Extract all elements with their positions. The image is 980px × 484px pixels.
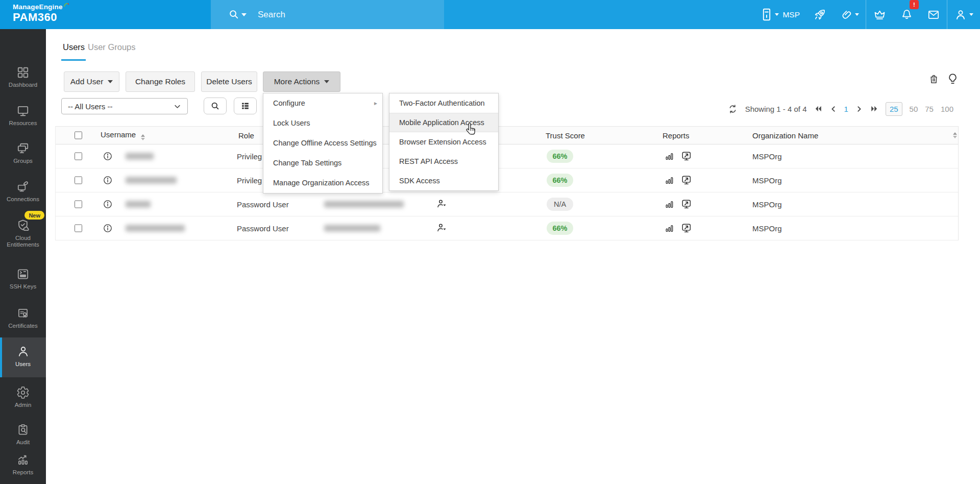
menu-item-lock-users[interactable]: Lock Users	[263, 113, 382, 133]
column-chooser-button[interactable]	[234, 98, 257, 114]
lightbulb-icon	[946, 72, 960, 86]
sidebar-item-groups[interactable]: Groups	[0, 142, 46, 164]
menu-item-change-offline-access-settings[interactable]: Change Offline Access Settings	[263, 133, 382, 153]
submenu-item-rest-api-access[interactable]: REST API Access	[389, 152, 498, 171]
messages-button[interactable]	[920, 0, 947, 29]
brand-swoosh-icon	[63, 2, 69, 8]
user-report-button[interactable]	[665, 175, 674, 186]
sidebar-item-dashboard[interactable]: Dashboard	[0, 66, 46, 88]
access-report-button[interactable]	[681, 199, 692, 210]
submenu-item-mobile-application-access[interactable]: Mobile Application Access	[389, 113, 498, 132]
global-search[interactable]: Search	[211, 0, 444, 29]
org-switcher-label: MSP	[782, 10, 800, 19]
monitor-export-icon	[681, 151, 692, 162]
user-info-button[interactable]	[103, 151, 113, 161]
sidebar-item-cloud-entitlements[interactable]: New Cloud Entitlements	[0, 219, 46, 248]
brand-logo[interactable]: ManageEngine PAM360	[13, 3, 69, 24]
sort-icon[interactable]	[141, 134, 145, 140]
previous-page-button[interactable]	[830, 105, 837, 113]
access-report-button[interactable]	[681, 151, 692, 162]
column-header-trust-score[interactable]: Trust Score	[546, 131, 585, 140]
users-table: Username Role Trust Score Reports Organi…	[55, 126, 959, 240]
last-page-button[interactable]	[870, 105, 878, 113]
page-size-50[interactable]: 50	[910, 105, 918, 113]
account-person-icon	[954, 8, 967, 21]
whats-new-button[interactable]	[806, 0, 834, 29]
brand-top-text: ManageEngine	[13, 3, 63, 11]
first-page-button[interactable]	[814, 105, 823, 113]
list-columns-icon	[240, 101, 250, 111]
double-chevron-right-icon	[870, 105, 878, 113]
page-size-75[interactable]: 75	[925, 105, 934, 113]
page-size-100[interactable]: 100	[941, 105, 953, 113]
sidebar-item-certificates[interactable]: Certificates	[0, 307, 46, 329]
info-icon	[103, 151, 113, 161]
dashboard-grid-icon	[16, 66, 30, 79]
sidebar-item-ssh-keys[interactable]: SSH SSH Keys	[0, 268, 46, 290]
column-header-username[interactable]: Username	[101, 130, 145, 140]
current-page-number[interactable]: 1	[844, 105, 848, 113]
info-icon	[103, 223, 113, 233]
sidebar-item-connections[interactable]: Connections	[0, 180, 46, 203]
search-users-button[interactable]	[204, 98, 227, 114]
add-user-button[interactable]: Add User	[64, 71, 119, 92]
menu-item-change-tab-settings[interactable]: Change Tab Settings	[263, 153, 382, 173]
license-button[interactable]	[866, 0, 893, 29]
topbar-right-icons: MSP !	[754, 0, 980, 29]
organization-cell: MSPOrg	[752, 200, 782, 209]
user-access-menu-button[interactable]	[436, 223, 448, 234]
change-roles-button[interactable]: Change Roles	[126, 71, 195, 92]
submenu-item-two-factor-authentication[interactable]: Two-Factor Authentication	[389, 93, 498, 113]
sidebar-label: Users	[0, 361, 46, 368]
sidebar-item-reports[interactable]: Reports	[0, 453, 46, 476]
sidebar-item-admin[interactable]: Admin	[0, 386, 46, 408]
quick-connect-button[interactable]	[834, 0, 866, 29]
org-switcher[interactable]: MSP	[754, 0, 806, 29]
logo-zone: ManageEngine PAM360	[0, 0, 211, 29]
user-report-button[interactable]	[665, 151, 674, 162]
column-header-organization-name[interactable]: Organization Name	[752, 131, 818, 140]
user-report-button[interactable]	[665, 223, 674, 234]
user-info-button[interactable]	[103, 175, 113, 185]
page-size-25[interactable]: 25	[886, 102, 902, 116]
brand-manageengine: ManageEngine	[13, 3, 69, 11]
sidebar-item-users[interactable]: Users	[0, 337, 46, 377]
menu-item-manage-organization-access[interactable]: Manage Organization Access	[263, 173, 382, 193]
sidebar-item-audit[interactable]: Audit	[0, 423, 46, 446]
menu-item-configure[interactable]: Configure ▸	[263, 93, 382, 113]
delete-trash-button[interactable]	[928, 73, 940, 85]
tips-bulb-button[interactable]	[946, 72, 960, 86]
more-actions-button[interactable]: More Actions	[263, 71, 340, 92]
account-caret-icon	[969, 13, 973, 16]
access-report-button[interactable]	[681, 175, 692, 186]
submenu-item-browser-extension-access[interactable]: Browser Extension Access	[389, 132, 498, 152]
column-header-role[interactable]: Role	[238, 131, 254, 140]
user-report-button[interactable]	[665, 199, 674, 210]
tab-user-groups[interactable]: User Groups	[88, 42, 136, 52]
user-info-button[interactable]	[103, 199, 113, 209]
user-info-button[interactable]	[103, 223, 113, 233]
row-checkbox[interactable]	[75, 177, 82, 184]
user-access-menu-button[interactable]	[436, 199, 448, 210]
sidebar-item-resources[interactable]: Resources	[0, 104, 46, 127]
role-cell: Password User	[237, 200, 289, 209]
search-scope-caret-icon[interactable]	[241, 13, 247, 16]
row-checkbox[interactable]	[75, 225, 82, 232]
user-filter-select[interactable]: -- All Users --	[61, 98, 188, 114]
next-page-button[interactable]	[855, 105, 863, 113]
sidebar-label: Groups	[0, 158, 46, 164]
notifications-button[interactable]: !	[893, 0, 920, 29]
column-header-reports[interactable]: Reports	[663, 131, 690, 140]
delete-users-button[interactable]: Delete Users	[201, 71, 257, 92]
access-report-button[interactable]	[681, 223, 692, 234]
user-account-menu[interactable]	[947, 0, 980, 29]
search-placeholder[interactable]: Search	[258, 10, 285, 20]
tab-users[interactable]: Users	[63, 42, 85, 52]
sort-icon[interactable]	[953, 132, 957, 138]
submenu-item-sdk-access[interactable]: SDK Access	[389, 171, 498, 190]
select-all-checkbox[interactable]	[75, 132, 82, 139]
row-checkbox[interactable]	[75, 201, 82, 208]
row-checkbox[interactable]	[75, 153, 82, 160]
refresh-button[interactable]	[727, 104, 738, 114]
sidebar-label: Resources	[0, 120, 46, 127]
